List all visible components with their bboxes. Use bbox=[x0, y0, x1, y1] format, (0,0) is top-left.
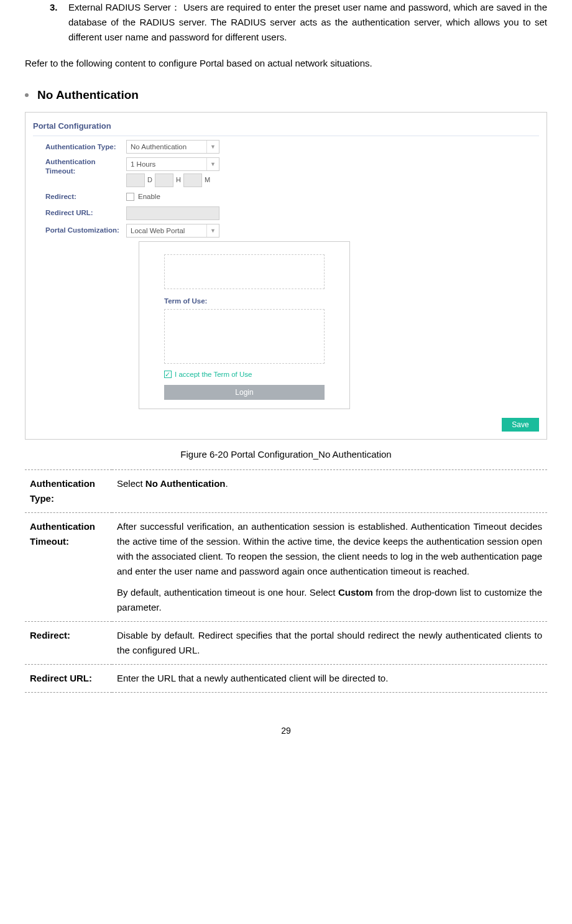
section-heading: No Authentication bbox=[25, 86, 547, 104]
redirect-enable-checkbox[interactable] bbox=[126, 193, 134, 201]
list-text: External RADIUS Server： Users are requir… bbox=[68, 0, 547, 45]
portal-preview: Term of Use: I accept the Term of Use Lo… bbox=[139, 241, 350, 410]
table-row: Redirect URL:Enter the URL that a newly … bbox=[25, 665, 547, 693]
description-paragraph: After successful verification, an authen… bbox=[117, 519, 542, 579]
portal-custom-dropdown[interactable]: Local Web Portal ▼ bbox=[126, 224, 219, 238]
row-description: Enter the URL that a newly authenticated… bbox=[112, 665, 547, 693]
auth-timeout-dropdown[interactable]: 1 Hours ▼ bbox=[126, 157, 219, 171]
save-button[interactable]: Save bbox=[502, 418, 539, 432]
redirect-url-input[interactable] bbox=[126, 206, 219, 220]
list-number: 3. bbox=[50, 0, 68, 45]
hours-label: H bbox=[176, 175, 181, 186]
figure-caption: Figure 6-20 Portal Configuration_No Auth… bbox=[25, 447, 547, 462]
minutes-input[interactable] bbox=[183, 173, 202, 187]
row-description: After successful verification, an authen… bbox=[112, 513, 547, 622]
minutes-label: M bbox=[205, 175, 210, 186]
label-auth-timeout: Authentication Timeout: bbox=[45, 157, 126, 176]
row-description: Select No Authentication. bbox=[112, 470, 547, 513]
row-description: Disable by default. Redirect specifies t… bbox=[112, 622, 547, 665]
bullet-icon bbox=[25, 93, 29, 97]
section-title: No Authentication bbox=[37, 86, 139, 104]
chevron-down-icon: ▼ bbox=[206, 158, 219, 170]
table-row: Authentication Type:Select No Authentica… bbox=[25, 470, 547, 513]
auth-type-dropdown[interactable]: No Authentication ▼ bbox=[126, 140, 219, 154]
label-auth-type: Authentication Type: bbox=[45, 141, 126, 152]
accept-checkbox[interactable] bbox=[164, 371, 172, 378]
preview-image-placeholder[interactable] bbox=[164, 254, 325, 289]
description-paragraph: By default, authentication timeout is on… bbox=[117, 585, 542, 615]
label-redirect: Redirect: bbox=[45, 191, 126, 202]
row-label: Authentication Timeout: bbox=[25, 513, 112, 622]
dropdown-value: Local Web Portal bbox=[131, 227, 185, 234]
label-portal-custom: Portal Customization: bbox=[45, 224, 126, 236]
days-label: D bbox=[147, 175, 152, 186]
form-grid: Authentication Type: No Authentication ▼… bbox=[45, 140, 539, 409]
table-row: Redirect:Disable by default. Redirect sp… bbox=[25, 622, 547, 665]
table-row: Authentication Timeout:After successful … bbox=[25, 513, 547, 622]
label-redirect-url: Redirect URL: bbox=[45, 207, 126, 218]
description-paragraph: Disable by default. Redirect specifies t… bbox=[117, 628, 542, 658]
description-paragraph: Select No Authentication. bbox=[117, 476, 542, 491]
figure-box: Portal Configuration Authentication Type… bbox=[25, 112, 547, 440]
dropdown-value: No Authentication bbox=[131, 143, 187, 150]
term-of-use-label: Term of Use: bbox=[164, 295, 325, 307]
hours-input[interactable] bbox=[155, 173, 173, 187]
list-item-3: 3. External RADIUS Server： Users are req… bbox=[50, 0, 547, 45]
description-paragraph: Enter the URL that a newly authenticated… bbox=[117, 671, 542, 686]
row-label: Authentication Type: bbox=[25, 470, 112, 513]
term-of-use-textarea[interactable] bbox=[164, 309, 325, 364]
chevron-down-icon: ▼ bbox=[206, 141, 219, 153]
refer-text: Refer to the following content to config… bbox=[25, 56, 547, 71]
days-input[interactable] bbox=[126, 173, 145, 187]
page-number: 29 bbox=[25, 724, 547, 737]
login-button[interactable]: Login bbox=[164, 385, 325, 400]
row-label: Redirect: bbox=[25, 622, 112, 665]
dropdown-value: 1 Hours bbox=[131, 160, 155, 168]
row-label: Redirect URL: bbox=[25, 665, 112, 693]
accept-label: I accept the Term of Use bbox=[175, 369, 252, 380]
panel-title: Portal Configuration bbox=[33, 120, 539, 136]
enable-text: Enable bbox=[138, 191, 160, 202]
chevron-down-icon: ▼ bbox=[206, 224, 219, 237]
description-table: Authentication Type:Select No Authentica… bbox=[25, 469, 547, 693]
